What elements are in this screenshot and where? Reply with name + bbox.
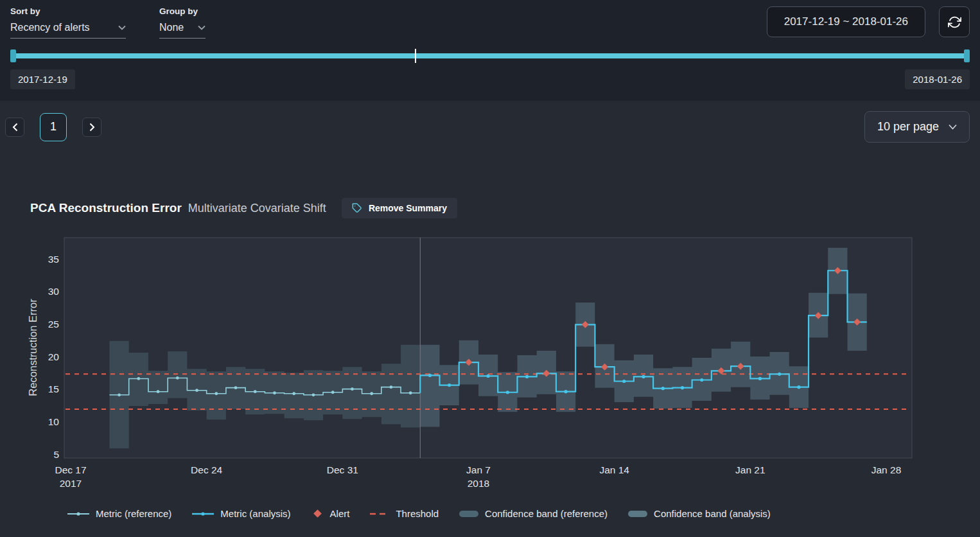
slider-handle-right[interactable]	[964, 49, 970, 62]
slider-position-marker	[415, 49, 416, 63]
slider-date-labels: 2017-12-19 2018-01-26	[10, 69, 970, 89]
group-by-value: None	[159, 22, 184, 33]
per-page-select[interactable]: 10 per page	[864, 111, 970, 143]
band-swatch-icon	[459, 511, 478, 517]
group-by-group: Group by None	[159, 6, 206, 39]
legend-band-reference: Confidence band (reference)	[459, 508, 608, 519]
group-by-label: Group by	[159, 6, 206, 16]
svg-text:Dec 17: Dec 17	[55, 464, 86, 475]
svg-text:Reconstruction Error: Reconstruction Error	[27, 299, 39, 396]
panel-header: PCA Reconstruction Error Multivariate Co…	[30, 198, 980, 218]
refresh-icon	[948, 15, 961, 29]
svg-text:35: 35	[48, 254, 59, 265]
chevron-down-icon	[949, 124, 957, 130]
svg-text:15: 15	[48, 383, 59, 394]
legend-label: Confidence band (analysis)	[654, 508, 771, 519]
slider-track[interactable]	[10, 53, 970, 58]
legend-metric-analysis: Metric (analysis)	[192, 508, 290, 519]
chevron-right-icon	[89, 123, 95, 132]
svg-text:Jan 14: Jan 14	[599, 464, 629, 475]
svg-text:5: 5	[53, 449, 59, 460]
line-swatch-icon	[67, 510, 89, 518]
date-range-picker[interactable]: 2017-12-19 ~ 2018-01-26	[767, 6, 925, 37]
main-content: 1 10 per page PCA Reconstruction Error M…	[0, 101, 980, 519]
legend-band-analysis: Confidence band (analysis)	[628, 508, 771, 519]
sort-by-group: Sort by Recency of alerts	[10, 6, 126, 39]
date-range-value: 2017-12-19 ~ 2018-01-26	[784, 15, 908, 28]
slider-handle-left[interactable]	[10, 49, 16, 62]
chevron-down-icon	[118, 25, 126, 30]
legend-alert: Alert	[311, 508, 350, 519]
legend-label: Alert	[330, 508, 350, 519]
refresh-button[interactable]	[939, 6, 970, 37]
svg-text:Dec 24: Dec 24	[191, 464, 222, 475]
legend-label: Threshold	[396, 508, 439, 519]
legend-label: Metric (reference)	[96, 508, 171, 519]
group-by-select[interactable]: None	[159, 22, 206, 39]
remove-summary-label: Remove Summary	[369, 203, 447, 213]
legend-label: Metric (analysis)	[220, 508, 290, 519]
sort-by-value: Recency of alerts	[10, 22, 90, 33]
timeline-slider[interactable]	[10, 49, 970, 63]
legend-metric-reference: Metric (reference)	[67, 508, 171, 519]
panel-subtitle: Multivariate Covariate Shift	[188, 202, 326, 215]
svg-text:20: 20	[48, 351, 60, 362]
svg-text:30: 30	[48, 286, 60, 297]
svg-text:2017: 2017	[60, 478, 82, 489]
legend-label: Confidence band (reference)	[485, 508, 608, 519]
panel-title: PCA Reconstruction Error	[30, 201, 182, 215]
legend-threshold: Threshold	[370, 508, 439, 519]
svg-text:25: 25	[48, 319, 59, 330]
next-page-button[interactable]	[82, 118, 101, 137]
chevron-left-icon	[12, 123, 18, 132]
per-page-value: 10 per page	[877, 120, 939, 134]
page-1-button[interactable]: 1	[40, 113, 67, 141]
line-swatch-icon	[192, 510, 214, 518]
pagination: 1 10 per page	[0, 101, 980, 143]
svg-text:Jan 28: Jan 28	[871, 464, 902, 475]
svg-text:10: 10	[48, 416, 60, 427]
slider-start-date: 2017-12-19	[10, 69, 75, 89]
svg-text:2018: 2018	[468, 478, 489, 489]
band-swatch-icon	[628, 511, 647, 517]
svg-text:Jan 7: Jan 7	[466, 464, 491, 475]
chart-legend: Metric (reference) Metric (analysis) Ale…	[67, 508, 980, 519]
prev-page-button[interactable]	[5, 118, 24, 137]
chevron-down-icon	[198, 25, 206, 30]
svg-text:Jan 21: Jan 21	[735, 464, 766, 475]
dashed-line-swatch-icon	[370, 510, 389, 518]
remove-summary-button[interactable]: Remove Summary	[342, 198, 457, 218]
tag-icon	[352, 203, 362, 213]
sort-by-label: Sort by	[10, 6, 126, 16]
svg-text:Dec 31: Dec 31	[327, 464, 358, 475]
alert-diamond-icon	[313, 509, 322, 518]
sort-by-select[interactable]: Recency of alerts	[10, 22, 126, 39]
metric-panel: PCA Reconstruction Error Multivariate Co…	[0, 198, 980, 519]
top-bar: Sort by Recency of alerts Group by None …	[0, 0, 980, 101]
metric-chart: 5101520253035Dec 172017Dec 24Dec 31Jan 7…	[0, 235, 980, 492]
slider-end-date: 2018-01-26	[905, 69, 970, 89]
